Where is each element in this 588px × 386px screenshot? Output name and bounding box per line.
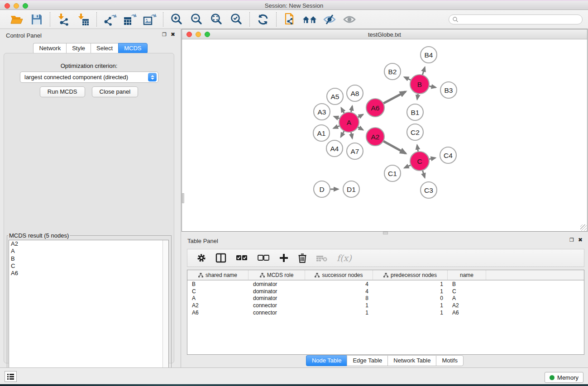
export-network-button[interactable] <box>101 12 119 27</box>
network-resize-grip[interactable] <box>580 224 587 231</box>
graph-node-C4[interactable]: C4 <box>440 147 456 163</box>
zoom-out-button[interactable] <box>188 12 205 27</box>
table-cell[interactable]: 0 <box>373 295 448 301</box>
table-header-row[interactable]: shared nameMCDS rolesuccessor nodesprede… <box>187 270 584 281</box>
graph-node-A3[interactable]: A3 <box>314 104 330 120</box>
gear-icon[interactable] <box>196 253 206 263</box>
table-cell[interactable]: dominator <box>249 281 305 287</box>
table-row[interactable]: Adominator80A <box>187 295 584 302</box>
table-cell[interactable]: C <box>187 288 249 295</box>
first-neighbors-button[interactable] <box>301 12 318 27</box>
column-header-MCDS-role[interactable]: MCDS role <box>249 270 305 280</box>
export-image-button[interactable] <box>141 12 158 27</box>
table-cell[interactable]: A <box>187 295 249 301</box>
table-cell[interactable]: 1 <box>373 288 448 295</box>
table-cell[interactable]: connector <box>249 302 305 309</box>
table-float-panel-icon[interactable]: ❐ <box>569 238 574 243</box>
table-cell[interactable]: connector <box>249 310 305 316</box>
run-mcds-button[interactable]: Run MCDS <box>40 86 85 97</box>
optimization-criterion-select[interactable]: largest connected component (directed) <box>20 71 158 83</box>
network-canvas[interactable]: B4B2BB3A5A8A6B1A3AA1C2A2A4A7C4CC1DD1C3 <box>182 39 587 231</box>
graph-node-A5[interactable]: A5 <box>327 88 343 105</box>
table-cell[interactable]: A2 <box>187 302 249 309</box>
task-history-button[interactable] <box>5 371 17 382</box>
select-all-icon[interactable] <box>235 253 248 262</box>
table-cell[interactable]: 8 <box>305 295 373 301</box>
columns-icon[interactable] <box>215 253 226 263</box>
column-header-name[interactable]: name <box>448 270 486 280</box>
table-cell[interactable]: 1 <box>373 310 448 316</box>
new-network-from-selection-button[interactable] <box>281 12 298 27</box>
graph-node-A6[interactable]: A6 <box>366 99 384 117</box>
graph-node-B3[interactable]: B3 <box>440 82 457 98</box>
mcds-result-item[interactable]: A2 <box>9 240 168 248</box>
search-field[interactable] <box>449 14 583 24</box>
tab-mcds[interactable]: MCDS <box>118 43 147 54</box>
graph-node-C[interactable]: C <box>410 152 429 171</box>
table-cell[interactable]: B <box>448 281 486 287</box>
delete-icon[interactable] <box>298 253 307 263</box>
memory-button[interactable]: Memory <box>545 372 583 383</box>
close-panel-icon[interactable]: ✖ <box>171 32 175 37</box>
table-cell[interactable]: 1 <box>305 302 373 309</box>
float-panel-icon[interactable]: ❐ <box>162 32 167 37</box>
tab-select[interactable]: Select <box>91 43 118 54</box>
hide-details-button[interactable] <box>321 12 338 27</box>
open-session-button[interactable] <box>8 12 25 27</box>
tab-network-table[interactable]: Network Table <box>387 355 436 366</box>
column-header-successor-nodes[interactable]: successor nodes <box>305 270 373 280</box>
refresh-button[interactable] <box>254 12 272 27</box>
table-cell[interactable]: B <box>187 281 249 287</box>
zoom-selected-button[interactable] <box>228 12 245 27</box>
network-canvas-area[interactable]: B4B2BB3A5A8A6B1A3AA1C2A2A4A7C4CC1DD1C3 <box>182 39 587 231</box>
table-cell[interactable]: 4 <box>305 288 373 295</box>
save-session-button[interactable] <box>28 12 45 27</box>
graph-node-B1[interactable]: B1 <box>407 104 423 120</box>
function-builder-icon[interactable]: f(x) <box>337 253 352 263</box>
table-row[interactable]: Cdominator41C <box>187 288 584 295</box>
graph-node-D[interactable]: D <box>314 181 330 197</box>
table-cell[interactable]: 1 <box>305 310 373 316</box>
table-cell[interactable]: A2 <box>448 302 486 309</box>
table-row[interactable]: A2connector11A2 <box>187 302 584 309</box>
table-cell[interactable]: C <box>448 288 486 295</box>
add-icon[interactable] <box>279 253 289 263</box>
import-network-button[interactable] <box>55 12 72 27</box>
unselect-all-icon[interactable] <box>257 253 270 262</box>
table-cell[interactable]: dominator <box>249 295 305 301</box>
graph-node-B4[interactable]: B4 <box>421 47 437 63</box>
mcds-list-scrollbar[interactable] <box>163 240 168 383</box>
mcds-result-item[interactable]: A6 <box>9 270 168 277</box>
import-table-button[interactable] <box>75 12 92 27</box>
graph-node-C3[interactable]: C3 <box>421 182 437 198</box>
network-left-scroll-handle[interactable] <box>182 193 184 203</box>
node-table[interactable]: shared nameMCDS rolesuccessor nodesprede… <box>187 270 584 355</box>
show-details-button[interactable] <box>341 12 358 27</box>
graph-node-A[interactable]: A <box>339 112 359 132</box>
search-input[interactable] <box>459 16 582 23</box>
table-close-panel-icon[interactable]: ✖ <box>578 237 583 243</box>
export-table-button[interactable] <box>121 12 139 27</box>
mcds-result-list[interactable]: A2ABCA6 <box>9 240 169 384</box>
table-cell[interactable]: 1 <box>373 281 448 287</box>
graph-node-B[interactable]: B <box>410 75 429 94</box>
table-row[interactable]: A6connector11A6 <box>187 309 584 316</box>
mcds-result-item[interactable]: B <box>9 255 168 262</box>
table-cell[interactable]: 4 <box>305 281 373 287</box>
column-header-predecessor-nodes[interactable]: predecessor nodes <box>373 270 448 280</box>
table-row[interactable]: Bdominator41B <box>187 281 584 288</box>
tab-motifs[interactable]: Motifs <box>436 355 464 366</box>
tab-style[interactable]: Style <box>66 43 91 54</box>
table-cell[interactable]: A <box>448 295 486 301</box>
graph-node-B2[interactable]: B2 <box>384 63 401 80</box>
table-cell[interactable]: A6 <box>187 310 249 316</box>
graph-node-A7[interactable]: A7 <box>347 143 363 159</box>
table-cell[interactable]: dominator <box>249 288 305 295</box>
graph-node-A4[interactable]: A4 <box>326 140 343 157</box>
zoom-in-button[interactable] <box>168 12 185 27</box>
column-header-shared-name[interactable]: shared name <box>187 270 249 280</box>
table-cell[interactable]: 1 <box>373 302 448 309</box>
graph-node-C2[interactable]: C2 <box>407 124 423 140</box>
tab-node-table[interactable]: Node Table <box>306 355 347 366</box>
graph-node-A1[interactable]: A1 <box>313 125 330 141</box>
